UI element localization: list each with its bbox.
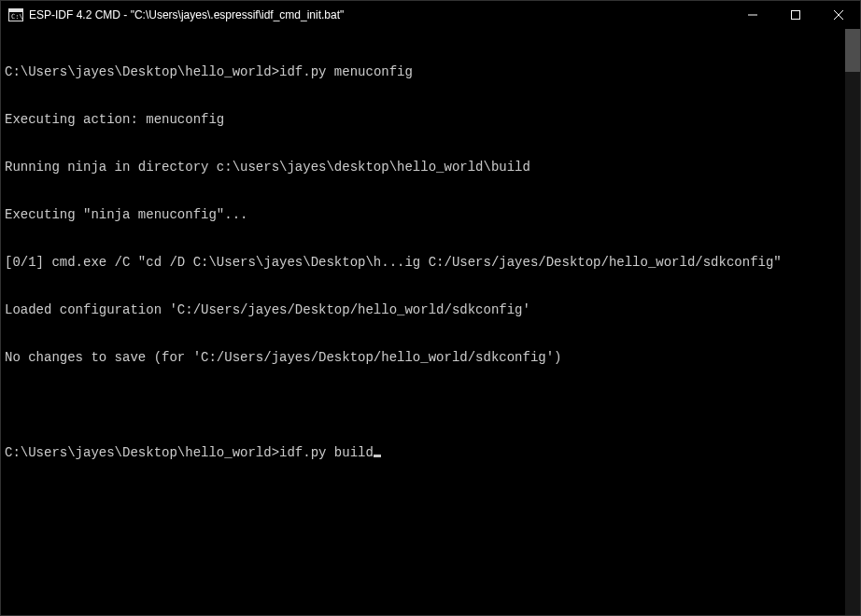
prompt: C:\Users\jayes\Desktop\hello_world>: [5, 64, 279, 79]
scrollbar[interactable]: [845, 29, 860, 615]
maximize-button[interactable]: [774, 1, 817, 29]
terminal-line: No changes to save (for 'C:/Users/jayes/…: [5, 350, 845, 366]
close-button[interactable]: [817, 1, 860, 29]
cursor: [374, 455, 381, 457]
cmd-prompt-icon: C:\: [8, 8, 23, 21]
terminal-line: Loaded configuration 'C:/Users/jayes/Des…: [5, 302, 845, 318]
terminal[interactable]: C:\Users\jayes\Desktop\hello_world>idf.p…: [1, 29, 845, 615]
terminal-line: Executing action: menuconfig: [5, 112, 845, 128]
scrollbar-thumb[interactable]: [845, 29, 860, 72]
minimize-icon: [748, 10, 757, 20]
terminal-line: [5, 398, 845, 413]
maximize-icon: [791, 10, 800, 20]
titlebar[interactable]: C:\ ESP-IDF 4.2 CMD - "C:\Users\jayes\.e…: [1, 1, 860, 29]
terminal-current-line: C:\Users\jayes\Desktop\hello_world>idf.p…: [5, 445, 845, 461]
terminal-line: C:\Users\jayes\Desktop\hello_world>idf.p…: [5, 64, 845, 80]
svg-text:C:\: C:\: [11, 13, 23, 21]
close-icon: [834, 10, 843, 20]
window-controls: [731, 1, 860, 29]
app-window: C:\ ESP-IDF 4.2 CMD - "C:\Users\jayes\.e…: [0, 0, 861, 616]
prompt: C:\Users\jayes\Desktop\hello_world>: [5, 445, 279, 460]
command-text: idf.py build: [279, 445, 374, 460]
minimize-button[interactable]: [731, 1, 774, 29]
window-title: ESP-IDF 4.2 CMD - "C:\Users\jayes\.espre…: [29, 8, 344, 21]
terminal-line: Executing "ninja menuconfig"...: [5, 207, 845, 223]
svg-rect-1: [9, 9, 22, 12]
svg-rect-3: [792, 11, 800, 20]
terminal-area: C:\Users\jayes\Desktop\hello_world>idf.p…: [1, 29, 860, 615]
terminal-line: [0/1] cmd.exe /C "cd /D C:\Users\jayes\D…: [5, 255, 845, 271]
command-text: idf.py menuconfig: [279, 64, 413, 79]
terminal-line: Running ninja in directory c:\users\jaye…: [5, 160, 845, 175]
